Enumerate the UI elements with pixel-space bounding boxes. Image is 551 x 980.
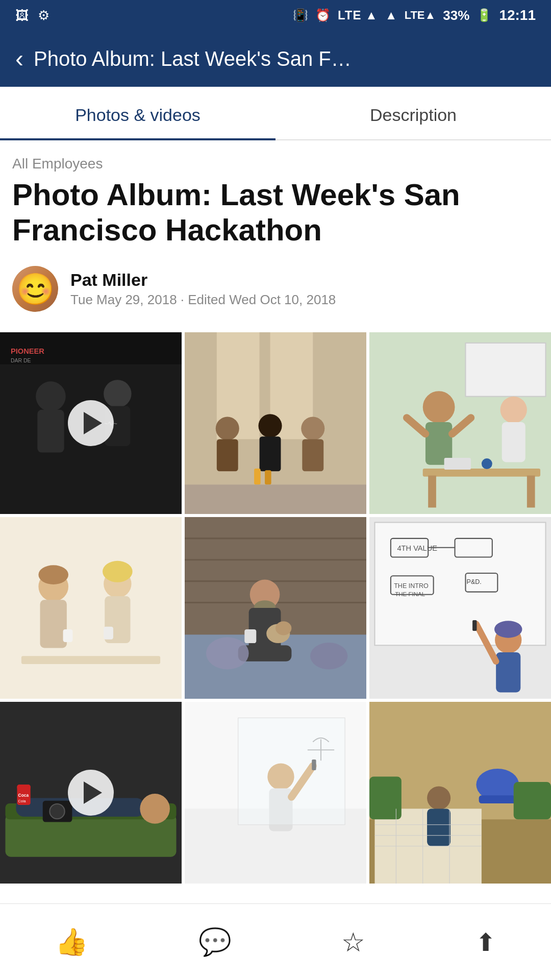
svg-point-23	[423, 391, 455, 423]
back-button[interactable]: ‹	[15, 46, 23, 71]
svg-rect-44	[21, 656, 160, 664]
svg-rect-73	[496, 652, 520, 693]
grid-item-5[interactable]	[185, 517, 366, 699]
svg-rect-32	[444, 458, 471, 470]
status-bar: 🖼 ⚙ 📳 ⏰ LTE ▲ ▲ LTE▲ 33% 🔋 12:11	[0, 0, 551, 31]
svg-rect-22	[465, 343, 545, 397]
svg-rect-105	[369, 777, 402, 820]
tab-photos-videos[interactable]: Photos & videos	[0, 87, 276, 139]
svg-rect-43	[0, 517, 182, 699]
avatar	[12, 266, 58, 312]
svg-text:4TH VALUE: 4TH VALUE	[397, 544, 437, 552]
comment-button[interactable]: 💬	[178, 921, 252, 963]
vibrate-icon: 📳	[293, 8, 308, 22]
svg-rect-18	[254, 469, 261, 484]
svg-point-82	[49, 804, 64, 819]
svg-rect-31	[527, 476, 535, 508]
tab-description[interactable]: Description	[276, 87, 551, 139]
svg-text:Cola: Cola	[18, 799, 27, 803]
svg-point-27	[500, 397, 527, 423]
svg-point-56	[276, 621, 291, 635]
battery-icon: 🔋	[477, 8, 492, 22]
grid-item-6[interactable]: 4TH VALUE THE INTRO THE FINAL P&D.	[369, 517, 551, 699]
bookmark-button[interactable]: ☆	[321, 922, 386, 963]
svg-rect-2	[37, 410, 64, 453]
svg-rect-100	[479, 795, 516, 803]
svg-rect-57	[244, 629, 256, 643]
svg-point-12	[216, 416, 239, 440]
svg-rect-15	[260, 436, 281, 471]
svg-rect-75	[472, 620, 477, 631]
clock: 12:11	[499, 7, 536, 23]
svg-point-80	[140, 794, 170, 824]
svg-point-58	[206, 638, 249, 670]
svg-text:THE FINAL: THE FINAL	[395, 591, 425, 597]
like-icon: 👍	[55, 926, 88, 958]
grid-item-4[interactable]	[0, 517, 182, 699]
svg-point-16	[301, 416, 324, 440]
author-name: Pat Miller	[70, 270, 336, 290]
svg-point-103	[427, 786, 450, 810]
svg-point-3	[104, 380, 131, 407]
svg-rect-84	[17, 785, 31, 790]
play-button-1[interactable]	[68, 400, 114, 446]
like-button[interactable]: 👍	[35, 921, 109, 963]
network-icon: LTE▲	[405, 9, 436, 22]
svg-rect-17	[302, 439, 323, 471]
photo-icon: 🖼	[15, 8, 29, 23]
play-triangle-icon	[84, 412, 102, 434]
svg-rect-29	[423, 469, 540, 477]
share-icon: ⬆	[475, 928, 496, 957]
main-content: All Employees Photo Album: Last Week's S…	[0, 140, 551, 965]
bottom-action-bar: 👍 💬 ☆ ⬆	[0, 903, 551, 980]
author-date: Tue May 29, 2018 · Edited Wed Oct 10, 20…	[70, 292, 336, 308]
header-title: Photo Album: Last Week's San F…	[34, 47, 352, 70]
tabs-container: Photos & videos Description	[0, 87, 551, 140]
svg-point-33	[482, 458, 492, 469]
svg-rect-13	[217, 439, 238, 471]
svg-point-72	[494, 621, 522, 638]
category-label: All Employees	[12, 156, 539, 172]
grid-item-7[interactable]: Coca Cola	[0, 702, 182, 884]
svg-point-1	[36, 381, 66, 411]
svg-text:Coca: Coca	[18, 793, 29, 798]
photo-grid: ~∿~ PIONEER DAR DE	[0, 332, 551, 965]
svg-rect-30	[428, 476, 436, 508]
grid-item-9[interactable]	[369, 702, 551, 884]
author-row: Pat Miller Tue May 29, 2018 · Edited Wed…	[12, 266, 539, 312]
svg-point-14	[258, 414, 282, 437]
wifi-icon: ▲	[385, 8, 397, 22]
play-button-7[interactable]	[68, 770, 114, 816]
svg-rect-104	[427, 808, 450, 846]
svg-text:THE INTRO: THE INTRO	[394, 582, 429, 590]
svg-rect-19	[265, 470, 271, 484]
svg-rect-106	[514, 782, 551, 819]
signal-icon: LTE ▲	[338, 8, 378, 22]
share-button[interactable]: ⬆	[455, 923, 516, 962]
svg-rect-20	[185, 484, 366, 514]
status-bar-left: 🖼 ⚙	[15, 8, 49, 23]
avatar-image	[12, 266, 58, 312]
svg-text:DAR  DE: DAR DE	[11, 358, 31, 363]
comment-icon: 💬	[198, 926, 232, 958]
status-bar-right: 📳 ⏰ LTE ▲ ▲ LTE▲ 33% 🔋 12:11	[293, 7, 536, 23]
author-info: Pat Miller Tue May 29, 2018 · Edited Wed…	[70, 270, 336, 308]
play-triangle-icon	[84, 781, 102, 804]
battery-percent: 33%	[443, 8, 469, 23]
svg-text:P&D.: P&D.	[467, 578, 482, 585]
svg-text:PIONEER: PIONEER	[11, 347, 44, 355]
svg-rect-28	[502, 422, 525, 462]
settings-icon: ⚙	[38, 8, 49, 23]
grid-item-1[interactable]: ~∿~ PIONEER DAR DE	[0, 332, 182, 514]
grid-item-8[interactable]	[185, 702, 366, 884]
grid-item-3[interactable]	[369, 332, 551, 514]
alarm-icon: ⏰	[315, 8, 331, 22]
bookmark-icon: ☆	[341, 927, 365, 958]
grid-item-2[interactable]	[185, 332, 366, 514]
post-title: Photo Album: Last Week's San Francisco H…	[12, 177, 539, 248]
header: ‹ Photo Album: Last Week's San F…	[0, 31, 551, 87]
svg-point-59	[310, 643, 347, 669]
svg-rect-95	[238, 718, 345, 824]
